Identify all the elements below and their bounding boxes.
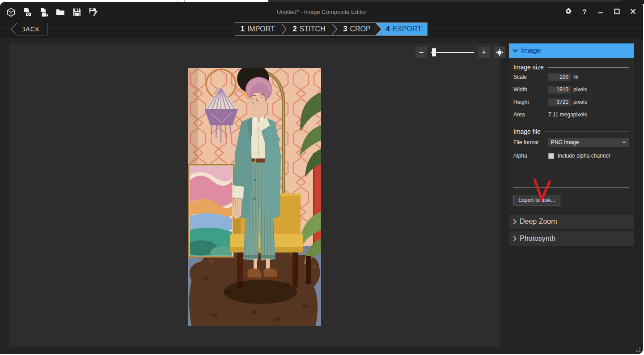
file-format-select[interactable]: PNG Image	[548, 138, 629, 147]
chevron-right-icon	[513, 236, 517, 241]
chevron-down-icon	[622, 141, 626, 144]
scale-unit: %	[573, 74, 578, 80]
height-input[interactable]	[548, 98, 571, 106]
step-crop[interactable]: 3 CROP	[338, 23, 376, 35]
image-file-heading: Image file	[513, 121, 629, 135]
system-buttons: ?	[564, 7, 637, 15]
image-section-body: Image size Scale % Width pixels Height p…	[509, 58, 634, 212]
image-section-title: Image	[521, 47, 541, 55]
area-value: 7.11 megapixels	[548, 111, 587, 118]
zoom-slider-thumb[interactable]	[432, 48, 436, 56]
red-v-annotation	[532, 178, 553, 203]
minimize-button[interactable]	[597, 7, 605, 15]
settings-gear-icon[interactable]	[564, 7, 572, 15]
step-chevron-icon	[331, 23, 338, 35]
height-row: Height pixels	[513, 96, 629, 108]
close-button[interactable]	[629, 7, 637, 15]
window-resize-grip[interactable]	[635, 346, 640, 352]
stitched-photo[interactable]	[188, 68, 321, 326]
file-format-row: File format PNG Image	[513, 135, 629, 150]
area-label: Area	[513, 111, 548, 118]
heading-rule	[545, 132, 629, 132]
help-button[interactable]: ?	[580, 7, 589, 15]
photosynth-section-header[interactable]: Photosynth	[509, 231, 634, 246]
step-chevron-icon	[376, 23, 383, 35]
alpha-row: Alpha Include alpha channel	[513, 150, 629, 162]
area-row: Area 7.11 megapixels	[513, 108, 629, 121]
fit-to-screen-button[interactable]	[494, 47, 505, 58]
deep-zoom-title: Deep Zoom	[520, 218, 557, 226]
export-divider	[513, 187, 629, 188]
file-format-label: File format	[513, 139, 548, 145]
chevron-down-icon	[513, 49, 518, 52]
width-label: Width	[513, 86, 548, 93]
height-label: Height	[513, 99, 548, 105]
fit-to-screen-icon	[496, 48, 504, 56]
scale-input[interactable]	[548, 73, 571, 81]
back-button[interactable]: BACK	[17, 23, 47, 35]
window-header: Untitled* - Image Composite Editor ? BAC…	[0, 2, 643, 38]
preview-canvas[interactable]: − +	[9, 43, 500, 347]
maximize-button[interactable]	[613, 7, 621, 15]
alpha-checkbox[interactable]	[548, 153, 554, 159]
alpha-label: Alpha	[513, 153, 548, 159]
deep-zoom-section-header[interactable]: Deep Zoom	[509, 214, 634, 229]
zoom-out-button[interactable]: −	[415, 47, 427, 58]
workflow-steps: 1 IMPORT 2 STITCH 3 CROP 4 EXPORT	[235, 22, 428, 36]
step-export-active[interactable]: 4 EXPORT	[376, 23, 427, 35]
chevron-right-icon	[513, 219, 517, 224]
zoom-slider-track	[431, 52, 474, 53]
file-format-value: PNG Image	[551, 139, 579, 145]
alpha-checkbox-label: Include alpha channel	[558, 153, 610, 159]
width-row: Width pixels	[513, 83, 629, 96]
height-unit: pixels	[573, 99, 587, 105]
zoom-slider[interactable]	[431, 47, 474, 58]
stitched-photo-illustration	[188, 68, 321, 326]
zoom-in-button[interactable]: +	[478, 47, 490, 58]
window-title: Untitled* - Image Composite Editor	[0, 9, 643, 15]
width-input[interactable]	[548, 86, 571, 94]
ice-application-window: Untitled* - Image Composite Editor ? BAC…	[0, 2, 643, 354]
step-stitch[interactable]: 2 STITCH	[288, 23, 331, 35]
photosynth-title: Photosynth	[520, 235, 555, 243]
scale-label: Scale	[513, 74, 548, 80]
width-unit: pixels	[573, 86, 587, 93]
export-options-panel: Image Image size Scale % Width pixels He…	[509, 43, 634, 246]
step-import[interactable]: 1 IMPORT	[235, 23, 280, 35]
image-section-header[interactable]: Image	[509, 43, 634, 58]
heading-rule	[548, 67, 629, 68]
zoom-controls: − +	[415, 47, 505, 58]
scale-row: Scale %	[513, 71, 629, 83]
image-size-heading: Image size	[513, 58, 629, 71]
step-chevron-icon	[280, 23, 288, 35]
